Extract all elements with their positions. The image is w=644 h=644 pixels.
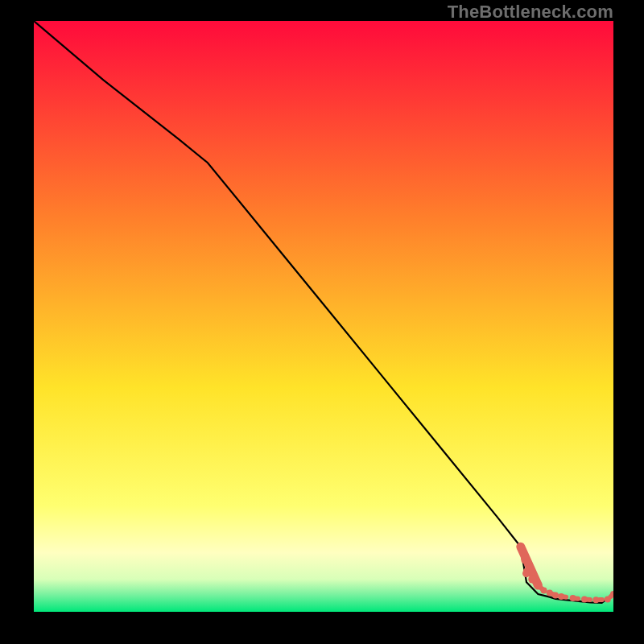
optimum-marker	[541, 588, 547, 594]
plot-area	[34, 21, 613, 612]
optimum-marker	[534, 581, 542, 589]
optimum-marker	[605, 597, 611, 603]
optimum-marker	[581, 597, 588, 603]
optimum-marker	[570, 595, 576, 601]
optimum-marker	[522, 569, 530, 577]
optimum-marker	[592, 597, 599, 603]
chart-frame: TheBottleneck.com	[0, 0, 644, 644]
gradient-background	[34, 21, 613, 612]
optimum-marker	[517, 543, 525, 551]
optimum-marker	[528, 576, 536, 584]
watermark-text: TheBottleneck.com	[448, 2, 613, 23]
optimum-marker	[558, 593, 564, 600]
bottleneck-chart	[34, 21, 613, 612]
optimum-marker	[547, 590, 553, 597]
optimum-marker	[552, 592, 559, 598]
